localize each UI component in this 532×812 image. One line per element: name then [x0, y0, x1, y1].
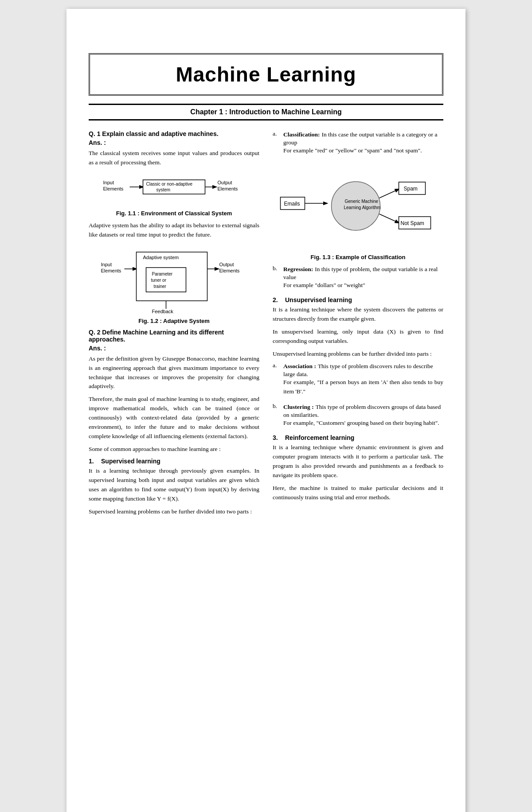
reinforcement-num: 3. — [273, 434, 282, 441]
svg-text:system: system — [156, 187, 171, 192]
unsupervised-para2: In unsupervised learning, only input dat… — [273, 327, 443, 346]
title-box: Machine Learning — [89, 53, 443, 96]
q1-para2: Adaptive system has the ability to adapt… — [89, 221, 259, 240]
svg-text:Elements: Elements — [103, 186, 124, 191]
svg-text:Output: Output — [218, 180, 232, 185]
svg-text:Emails: Emails — [284, 201, 300, 207]
svg-text:Elements: Elements — [218, 186, 238, 191]
sub-a-example: For example "red" or "yellow" or "spam" … — [283, 146, 443, 155]
cluster-title: Clustering : — [283, 404, 314, 410]
ans-1-label: Ans. : — [89, 139, 259, 146]
classification-diagram: Emails Generic Machine Learning Algorith… — [273, 166, 443, 246]
cluster-example: For example, "Customers' grouping based … — [283, 419, 443, 428]
svg-line-29 — [379, 189, 399, 198]
svg-text:Adaptive system: Adaptive system — [143, 255, 179, 260]
question-2: Q. 2 Define Machine Learning and its dif… — [89, 329, 259, 343]
reinforcement-title: Reinforcement learning — [285, 434, 354, 441]
ans-2-label: Ans. : — [89, 345, 259, 352]
svg-text:Generic Machine: Generic Machine — [345, 199, 379, 204]
svg-text:Not Spam: Not Spam — [401, 220, 424, 226]
chapter-title: Chapter 1 : Introduction to Machine Lear… — [190, 108, 341, 116]
assoc-title: Association : — [283, 363, 316, 369]
sub-a-label: a. — [273, 130, 281, 159]
supervised-title: Supervised learning — [101, 458, 160, 465]
page-title: Machine Learning — [99, 62, 433, 86]
page: Machine Learning Chapter 1 : Introductio… — [66, 9, 466, 812]
classical-diagram: Input Elements Classic or non-adaptive s… — [89, 171, 259, 206]
svg-text:trainer: trainer — [154, 284, 167, 289]
svg-text:Feedback: Feedback — [152, 309, 174, 314]
fig1-caption: Fig. 1.1 : Environment of Classical Syst… — [89, 210, 259, 217]
adaptive-diagram: Input Elements Adaptive system Parameter… — [89, 243, 259, 314]
svg-text:Elements: Elements — [101, 268, 121, 273]
sub-a-title: Classification: — [283, 131, 320, 138]
svg-text:Elements: Elements — [219, 268, 240, 273]
svg-text:Input: Input — [103, 180, 114, 185]
left-column: Q. 1 Explain classic and adaptive machin… — [89, 130, 259, 520]
supervised-num: 1. — [89, 458, 98, 465]
sub-b-label: b. — [273, 265, 281, 294]
q2-para1: As per the definition given by Giuseppe … — [89, 354, 259, 392]
unsupervised-title: Unsupervised learning — [285, 296, 352, 303]
svg-text:tuner or: tuner or — [151, 278, 167, 283]
svg-text:Output: Output — [219, 262, 234, 267]
question-1: Q. 1 Explain classic and adaptive machin… — [89, 130, 259, 137]
reinforcement-para1: It is a learning technique where dynamic… — [273, 443, 443, 480]
classification-item: a. Classification: In this case the outp… — [273, 130, 443, 159]
assoc-example: For example, "If a person buys an item '… — [283, 378, 443, 396]
unsupervised-para3: Unsupervised learning problems can be fu… — [273, 350, 443, 359]
svg-text:Classic or non-adaptive: Classic or non-adaptive — [146, 182, 193, 186]
svg-line-30 — [379, 214, 399, 223]
fig2-caption: Fig. 1.2 : Adaptive System — [89, 318, 259, 324]
supervised-para2: Supervised learning problems can be furt… — [89, 507, 259, 517]
svg-text:Parameter: Parameter — [152, 272, 173, 276]
svg-text:Input: Input — [101, 262, 112, 267]
unsupervised-para1: It is a learning technique where the sys… — [273, 305, 443, 324]
reinforcement-para2: Here, the machine is trained to make par… — [273, 484, 443, 502]
q1-para1: The classical system receives some input… — [89, 149, 259, 167]
fig3-caption: Fig. 1.3 : Example of Classification — [273, 254, 443, 260]
main-content: Q. 1 Explain classic and adaptive machin… — [89, 130, 443, 520]
unsupervised-num: 2. — [273, 296, 282, 303]
sub-b-title: Regression: — [283, 266, 313, 272]
q2-para2: Therefore, the main goal of machine lear… — [89, 395, 259, 441]
assoc-label: a. — [273, 362, 281, 400]
chapter-header: Chapter 1 : Introduction to Machine Lear… — [89, 104, 443, 120]
regression-item: b. Regression: In this type of problem, … — [273, 265, 443, 294]
svg-text:Spam: Spam — [404, 186, 418, 192]
q2-para3: Some of common approaches to machine lea… — [89, 445, 259, 454]
supervised-para1: It is a learning technique through previ… — [89, 466, 259, 504]
clustering-item: b. Clustering : This type of problem dis… — [273, 403, 443, 431]
right-column: a. Classification: In this case the outp… — [273, 130, 443, 520]
cluster-label: b. — [273, 403, 281, 431]
association-item: a. Association : This type of problem di… — [273, 362, 443, 400]
svg-text:Learning Algorithm: Learning Algorithm — [344, 205, 381, 210]
sub-b-example: For example "dollars" or "weight" — [283, 281, 443, 290]
